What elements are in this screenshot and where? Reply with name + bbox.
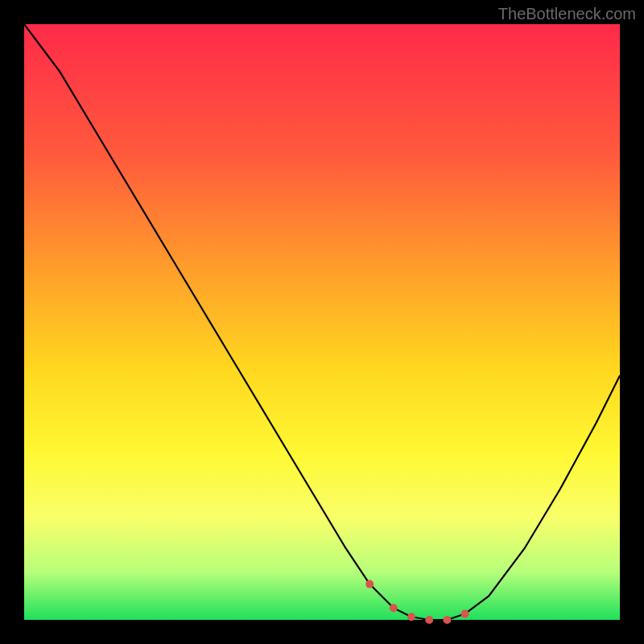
curve-marker — [407, 613, 415, 621]
curve-marker — [425, 616, 433, 624]
watermark-text: TheBottleneck.com — [498, 5, 636, 23]
bottleneck-curve-line — [24, 24, 620, 620]
curve-marker — [461, 610, 469, 618]
curve-marker — [390, 604, 398, 612]
curve-marker — [365, 580, 374, 588]
curve-marker — [443, 616, 451, 624]
bottleneck-chart — [24, 24, 620, 620]
